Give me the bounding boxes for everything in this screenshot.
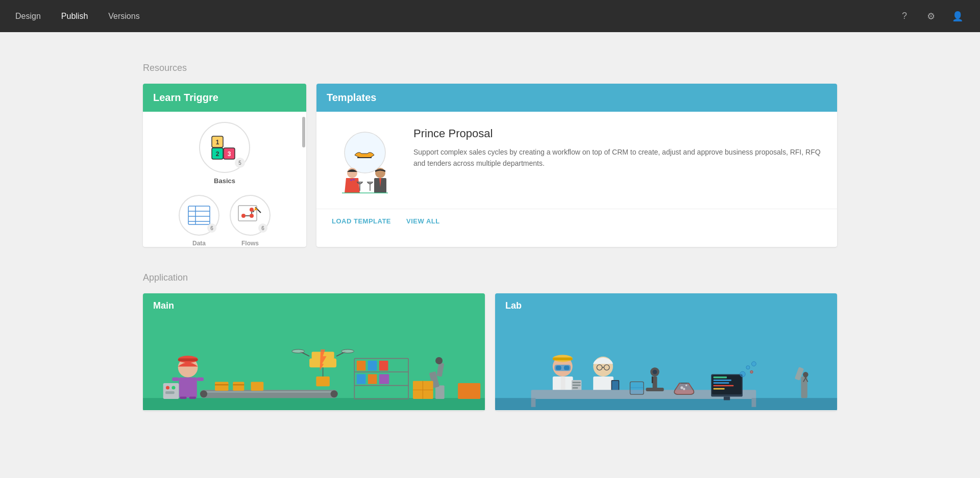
svg-rect-34 xyxy=(178,359,198,361)
svg-rect-90 xyxy=(573,382,581,383)
svg-rect-78 xyxy=(458,383,480,399)
app-card-lab[interactable]: Lab xyxy=(495,293,837,411)
application-title: Application xyxy=(143,272,837,283)
resources-grid: Learn Triggre 1 xyxy=(143,84,837,247)
learn-card-header: Learn Triggre xyxy=(143,84,306,112)
app-card-main-title: Main xyxy=(153,300,174,311)
flows-icon xyxy=(237,205,263,226)
svg-rect-80 xyxy=(495,398,837,410)
svg-rect-45 xyxy=(202,391,336,393)
svg-rect-11 xyxy=(238,206,257,221)
basics-icon: 1 2 3 xyxy=(209,134,240,162)
view-all-button[interactable]: VIEW ALL xyxy=(406,217,440,225)
app-card-main-body xyxy=(143,318,485,410)
templates-card-header: Templates xyxy=(316,84,837,112)
svg-rect-66 xyxy=(368,361,377,370)
learn-item-flows[interactable]: 6 Flows xyxy=(230,195,271,247)
nav-links: Design Publish Versions xyxy=(15,12,140,21)
svg-rect-39 xyxy=(189,397,196,399)
svg-point-20 xyxy=(345,132,385,173)
svg-rect-83 xyxy=(553,358,573,360)
learn-item-data[interactable]: 6 Data xyxy=(179,195,219,247)
data-circle: 6 xyxy=(179,195,219,236)
svg-rect-92 xyxy=(573,387,578,389)
templates-card-body: Prince Proposal Support complex sales cy… xyxy=(316,112,837,209)
svg-rect-65 xyxy=(357,361,366,370)
flows-badge: 6 xyxy=(258,223,267,233)
nav-versions[interactable]: Versions xyxy=(108,12,139,21)
svg-point-130 xyxy=(752,362,756,366)
template-title: Prince Proposal xyxy=(413,127,822,140)
resources-section: Resources Learn Triggre xyxy=(143,63,837,247)
svg-point-41 xyxy=(166,386,169,389)
user-icon[interactable]: 👤 xyxy=(950,9,965,23)
app-card-lab-body xyxy=(495,318,837,410)
svg-rect-68 xyxy=(357,374,366,384)
learn-items-row: 6 Data xyxy=(179,195,271,247)
svg-rect-44 xyxy=(202,390,336,398)
flows-circle: 6 xyxy=(230,195,271,236)
svg-point-47 xyxy=(331,390,338,397)
svg-point-15 xyxy=(250,208,254,212)
svg-rect-118 xyxy=(714,382,729,384)
svg-point-58 xyxy=(341,349,354,353)
app-card-main[interactable]: Main xyxy=(143,293,485,411)
svg-rect-70 xyxy=(379,374,389,384)
app-grid: Main xyxy=(143,293,837,411)
resources-title: Resources xyxy=(143,63,837,73)
svg-point-128 xyxy=(746,366,750,369)
svg-rect-35 xyxy=(179,378,197,398)
svg-point-46 xyxy=(200,390,207,397)
lab-illustration xyxy=(495,321,837,410)
svg-point-14 xyxy=(250,214,254,218)
data-icon xyxy=(187,205,211,225)
help-icon[interactable]: ? xyxy=(897,9,912,23)
svg-rect-67 xyxy=(379,361,388,370)
top-navigation: Design Publish Versions ? ⚙ 👤 xyxy=(0,0,980,32)
main-content: Resources Learn Triggre xyxy=(0,32,980,441)
learn-triggre-card: Learn Triggre 1 xyxy=(143,84,306,247)
svg-point-110 xyxy=(685,385,688,387)
svg-rect-119 xyxy=(714,385,734,387)
svg-rect-38 xyxy=(180,397,186,399)
svg-rect-31 xyxy=(143,398,485,410)
svg-point-74 xyxy=(435,357,443,364)
svg-rect-102 xyxy=(752,398,756,407)
svg-rect-71 xyxy=(435,386,445,399)
svg-point-129 xyxy=(750,370,753,373)
svg-rect-117 xyxy=(714,380,731,381)
svg-point-22 xyxy=(350,179,352,181)
svg-rect-121 xyxy=(724,397,730,400)
svg-text:3: 3 xyxy=(228,150,231,158)
svg-rect-120 xyxy=(714,388,725,390)
basics-badge: 5 xyxy=(235,158,245,168)
nav-publish[interactable]: Publish xyxy=(61,12,88,21)
data-label: Data xyxy=(192,240,206,247)
settings-icon[interactable]: ⚙ xyxy=(924,9,938,23)
learn-card-title: Learn Triggre xyxy=(153,92,218,103)
templates-card-footer: LOAD TEMPLATE VIEW ALL xyxy=(316,209,837,233)
svg-rect-50 xyxy=(251,382,264,391)
templates-card-title: Templates xyxy=(327,92,376,103)
load-template-button[interactable]: LOAD TEMPLATE xyxy=(332,217,391,225)
svg-rect-85 xyxy=(556,366,561,370)
proposal-illustration xyxy=(332,127,398,193)
nav-design[interactable]: Design xyxy=(15,12,41,21)
svg-point-42 xyxy=(172,386,175,389)
svg-rect-37 xyxy=(197,378,204,381)
app-card-main-header: Main xyxy=(143,293,485,318)
main-illustration xyxy=(143,321,485,410)
data-badge: 6 xyxy=(207,223,216,233)
svg-rect-51 xyxy=(215,384,228,386)
svg-rect-36 xyxy=(172,378,179,381)
learn-item-basics[interactable]: 1 2 3 5 Basics xyxy=(199,122,250,185)
svg-point-111 xyxy=(683,388,685,390)
scrollbar[interactable] xyxy=(302,117,305,147)
svg-point-124 xyxy=(803,372,808,378)
basics-label: Basics xyxy=(214,177,235,185)
templates-card: Templates xyxy=(316,84,837,247)
svg-text:2: 2 xyxy=(216,150,219,158)
svg-rect-107 xyxy=(652,376,653,383)
template-description: Support complex sales cycles by creating… xyxy=(413,146,822,169)
basics-circle: 1 2 3 5 xyxy=(199,122,250,173)
